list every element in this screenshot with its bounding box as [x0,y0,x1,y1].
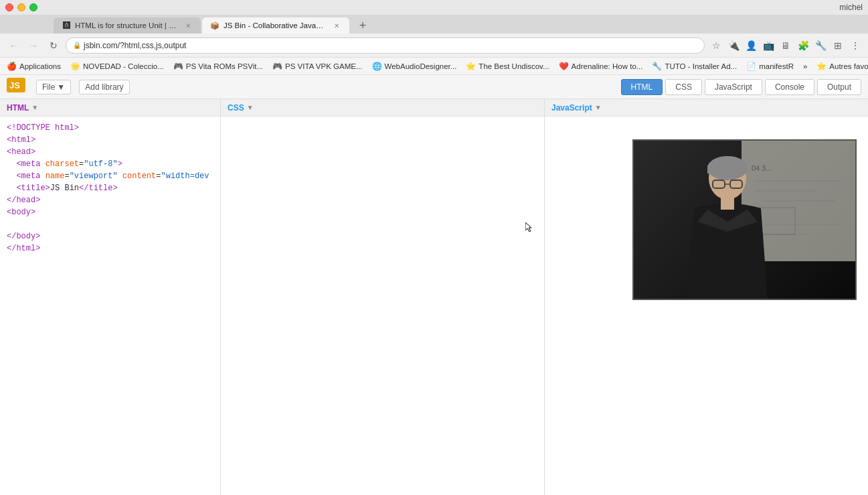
cast-icon[interactable]: 📺 [761,38,776,53]
tab-css[interactable]: CSS [665,79,702,95]
bookmark-label: The Best Undiscov... [479,62,549,70]
titlebar: michel [0,0,868,15]
bookmark-label: PS VITA VPK GAME... [285,62,362,70]
tuto-icon: 🔧 [652,62,662,71]
novedad-icon: 🌟 [70,62,80,71]
panel-tabs: HTML CSS JavaScript Console Output [621,79,861,95]
tab-2[interactable]: 📦 JS Bin - Collaborative JavaScr... ✕ [202,17,349,33]
menu-icon[interactable]: ⋮ [848,38,863,53]
back-button[interactable]: ← [5,38,21,54]
traffic-lights [5,3,37,11]
bookmark-novedad[interactable]: 🌟 NOVEDAD - Coleccio... [66,60,168,72]
tab2-close[interactable]: ✕ [332,21,341,30]
tab2-favicon: 📦 [210,21,220,30]
tab-javascript[interactable]: JavaScript [705,79,762,95]
adrenaline-icon: ❤️ [559,62,569,71]
html-editor[interactable]: <!DOCTYPE html> <html> <head> <meta char… [0,117,220,495]
html-header-label: HTML [7,103,29,113]
js-header-arrow[interactable]: ▼ [595,104,602,111]
forward-button[interactable]: → [25,38,41,54]
tab-1[interactable]: 🅰 HTML is for structure Unit | Ja... ✕ [54,17,201,33]
bookmark-label: PS Vita ROMs PSVit... [186,62,263,70]
html-line-2: <html> [7,134,213,146]
new-tab-button[interactable]: + [353,17,372,33]
css-header-arrow[interactable]: ▼ [247,104,254,111]
url-text: jsbin.com/?html,css,js,output [84,41,186,50]
minimize-button[interactable] [17,3,25,11]
bookmark-label: WebAudioDesigner... [385,62,457,70]
css-editor[interactable] [221,117,544,495]
autres-favoris-icon: ⭐ [816,62,827,71]
html-line-8: <body> [7,206,213,218]
tab-html[interactable]: HTML [621,79,663,95]
tab-console[interactable]: Console [765,79,814,95]
bookmark-star-icon[interactable]: ☆ [709,38,723,53]
add-library-button[interactable]: Add library [79,80,129,94]
manifestr-icon: 📄 [746,62,756,71]
profile-icon[interactable]: 👤 [744,38,758,53]
screenshare-icon[interactable]: 🖥 [778,38,793,53]
html-line-11: </html> [7,242,213,255]
maximize-button[interactable] [29,3,37,11]
bookmark-label: TUTO - Installer Ad... [665,62,737,70]
file-menu-arrow: ▼ [57,82,65,92]
close-button[interactable] [5,3,13,11]
bookmarks-bar: 🍎 Applications 🌟 NOVEDAD - Coleccio... 🎮… [0,58,868,75]
file-menu-label: File [42,82,55,92]
tab1-favicon: 🅰 [62,21,71,30]
css-panel: CSS ▼ [221,99,545,495]
bookmark-psvita-vpk[interactable]: 🎮 PS VITA VPK GAME... [268,60,366,72]
svg-rect-11 [707,165,748,173]
bookmark-psvita-roms[interactable]: 🎮 PS Vita ROMs PSVit... [169,60,267,72]
bookmark-label: Autres favoris [829,62,868,70]
tabbar: 🅰 HTML is for structure Unit | Ja... ✕ 📦… [0,15,868,33]
main-content: JS File ▼ Add library HTML CSS JavaScrip… [0,75,868,495]
jsbin-toolbar: JS File ▼ Add library HTML CSS JavaScrip… [0,75,868,99]
reload-button[interactable]: ↻ [46,38,62,54]
html-line-6: <title>JS Bin</title> [7,182,213,194]
css-header-label: CSS [228,103,244,113]
bookmark-undiscov[interactable]: ⭐ The Best Undiscov... [462,60,553,72]
svg-text:JS: JS [9,80,20,90]
webaudio-icon: 🌐 [372,62,382,71]
bookmark-manifestr[interactable]: 📄 manifestR [742,60,798,72]
js-header-label: JavaScript [551,103,592,113]
bookmark-more[interactable]: » [799,61,811,72]
lock-icon: 🔒 [73,42,81,49]
html-line-10: </body> [7,230,213,242]
tab1-label: HTML is for structure Unit | Ja... [75,21,179,29]
tab1-close[interactable]: ✕ [183,21,193,30]
jsbin-logo: JS [7,78,25,96]
grid-icon[interactable]: ⊞ [831,38,845,53]
html-line-5: <meta name="viewport" content="width=dev [7,170,213,182]
bookmark-adrenaline[interactable]: ❤️ Adrenaline: How to... [555,60,647,72]
html-panel-header: HTML ▼ [0,99,220,117]
extension3-icon[interactable]: 🔧 [813,38,828,53]
video-content: 04 3... [634,141,855,299]
urlbar: ← → ↻ 🔒 jsbin.com/?html,css,js,output ☆ … [0,33,868,58]
bookmark-webaudio[interactable]: 🌐 WebAudioDesigner... [368,60,461,72]
html-line-4: <meta charset="utf-8"> [7,158,213,170]
extension2-icon[interactable]: 🧩 [796,38,810,53]
svg-rect-15 [721,195,734,210]
titlebar-user: michel [839,3,863,12]
bookmark-tuto[interactable]: 🔧 TUTO - Installer Ad... [648,60,741,72]
bookmark-label: manifestR [759,62,794,70]
html-panel: HTML ▼ <!DOCTYPE html> <html> <head> <me… [0,99,221,495]
bookmark-label: Applications [19,62,61,70]
add-library-label: Add library [85,82,123,92]
html-line-7: </head> [7,194,213,206]
psvita-vpk-icon: 🎮 [272,62,282,71]
js-panel-header: JavaScript ▼ [545,99,868,117]
video-overlay: 04 3... [632,139,857,300]
url-field[interactable]: 🔒 jsbin.com/?html,css,js,output [66,38,705,54]
bookmark-label: NOVEDAD - Coleccio... [83,62,164,70]
psvita-roms-icon: 🎮 [173,62,183,71]
tab-output[interactable]: Output [817,79,861,95]
bookmark-applications[interactable]: 🍎 Applications [3,60,65,72]
file-menu-button[interactable]: File ▼ [36,80,71,94]
html-header-arrow[interactable]: ▼ [31,104,38,111]
bookmark-autres-favoris[interactable]: ⭐ Autres favoris [812,60,868,72]
undiscov-icon: ⭐ [466,62,476,71]
extension-icon[interactable]: 🔌 [726,38,741,53]
